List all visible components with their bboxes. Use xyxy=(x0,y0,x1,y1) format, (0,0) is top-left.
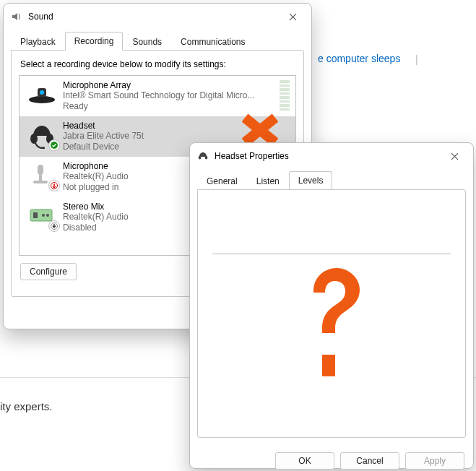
configure-button[interactable]: Configure xyxy=(20,263,77,280)
tab-communications[interactable]: Communications xyxy=(171,33,254,51)
svg-rect-9 xyxy=(33,181,48,183)
props-footer: OK Cancel Apply xyxy=(190,445,473,471)
device-status: Not plugged in xyxy=(63,182,129,193)
sound-title: Sound xyxy=(28,12,277,22)
recording-instruction: Select a recording device below to modif… xyxy=(20,59,296,69)
props-ok-button[interactable]: OK xyxy=(275,452,334,470)
close-icon xyxy=(289,13,297,21)
svg-point-3 xyxy=(30,134,38,144)
svg-point-16 xyxy=(199,155,202,159)
check-badge-icon xyxy=(48,139,60,151)
device-name: Microphone Array xyxy=(63,80,254,90)
webcam-mic-icon xyxy=(25,80,59,109)
close-icon xyxy=(451,152,459,160)
desk-mic-icon xyxy=(25,161,59,190)
svg-rect-7 xyxy=(38,165,43,175)
device-desc: Jabra Elite Active 75t xyxy=(63,131,144,142)
unplugged-badge-icon xyxy=(48,180,60,191)
device-status: Disabled xyxy=(63,222,129,233)
headset-properties-dialog: Headset Properties General Listen Levels… xyxy=(189,142,474,469)
tab-playback[interactable]: Playback xyxy=(11,33,65,51)
device-desc: Realtek(R) Audio xyxy=(63,171,129,182)
device-status: Ready xyxy=(63,101,254,112)
device-item-mic-array[interactable]: Microphone Array Intel® Smart Sound Tech… xyxy=(20,76,295,116)
device-name: Headset xyxy=(63,121,144,131)
svg-point-17 xyxy=(205,155,208,159)
props-cancel-button[interactable]: Cancel xyxy=(340,452,399,470)
props-close-button[interactable] xyxy=(438,145,470,167)
svg-rect-8 xyxy=(39,175,42,181)
bg-footer-text: ity experts. xyxy=(0,400,53,412)
device-desc: Realtek(R) Audio xyxy=(63,212,129,222)
sound-tabs: Playback Recording Sounds Communications xyxy=(4,31,311,50)
annotation-question-icon xyxy=(292,262,371,385)
bg-link-sleep[interactable]: e computer sleeps xyxy=(318,53,400,64)
sound-close-button[interactable] xyxy=(277,6,308,27)
svg-point-2 xyxy=(40,90,44,95)
device-desc: Intel® Smart Sound Technology for Digita… xyxy=(63,90,254,101)
props-tabpanel xyxy=(197,189,466,438)
device-status: Default Device xyxy=(63,142,144,152)
tab-listen[interactable]: Listen xyxy=(247,172,289,190)
props-tabs: General Listen Levels xyxy=(190,170,473,189)
tab-sounds[interactable]: Sounds xyxy=(123,33,171,51)
bg-link-divider: | xyxy=(415,53,418,65)
headset-small-icon xyxy=(197,150,209,162)
svg-rect-12 xyxy=(33,212,38,218)
tab-levels[interactable]: Levels xyxy=(289,171,333,190)
tab-recording[interactable]: Recording xyxy=(65,32,124,51)
soundcard-icon xyxy=(25,202,59,230)
disabled-badge-icon xyxy=(48,220,60,232)
device-name: Stereo Mix xyxy=(63,202,129,212)
levels-separator xyxy=(212,254,451,254)
props-title: Headset Properties xyxy=(215,151,438,161)
svg-point-5 xyxy=(42,147,45,149)
props-apply-button[interactable]: Apply xyxy=(405,452,464,470)
svg-rect-18 xyxy=(322,355,335,376)
tab-general[interactable]: General xyxy=(197,172,247,190)
device-name: Microphone xyxy=(63,161,129,171)
svg-point-13 xyxy=(42,214,45,217)
sound-titlebar[interactable]: Sound xyxy=(4,4,311,30)
speaker-icon xyxy=(11,11,22,22)
headset-icon xyxy=(25,121,59,150)
svg-point-0 xyxy=(29,96,55,103)
svg-point-14 xyxy=(46,214,49,217)
props-titlebar[interactable]: Headset Properties xyxy=(190,143,473,169)
level-meter xyxy=(280,80,290,111)
